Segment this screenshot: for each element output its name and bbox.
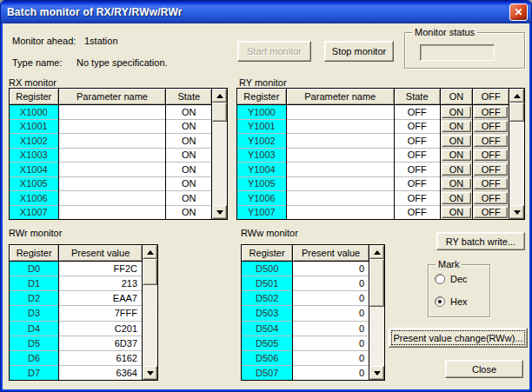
- on-toggle-button[interactable]: ON: [442, 121, 472, 133]
- column-header-off: OFF: [473, 89, 509, 105]
- column-param: Parameter name: [59, 89, 167, 219]
- off-toggle-button[interactable]: OFF: [474, 149, 508, 162]
- off-toggle-button[interactable]: OFF: [474, 207, 508, 219]
- register-cell: D7: [10, 366, 58, 380]
- off-toggle-button[interactable]: OFF: [474, 135, 508, 147]
- scroll-up-button[interactable]: [143, 245, 157, 259]
- column-header-register: Register: [242, 245, 292, 262]
- dialog-client-area: Monitor ahead:1station Type name:No type…: [3, 23, 529, 389]
- scrollbar-thumb[interactable]: [369, 259, 384, 307]
- on-toggle-button[interactable]: ON: [442, 192, 472, 204]
- radio-hex-icon[interactable]: [435, 296, 445, 307]
- down-arrow-icon: [147, 371, 154, 375]
- value-cell: 0: [293, 306, 369, 321]
- column-header-register: Register: [10, 245, 58, 262]
- scroll-down-button[interactable]: [212, 205, 227, 219]
- scroll-down-button[interactable]: [143, 366, 157, 380]
- column-off: OFFOFFOFFOFFOFFOFFOFFOFFOFF: [473, 89, 509, 219]
- vertical-scrollbar[interactable]: [143, 245, 157, 380]
- off-toggle-button[interactable]: OFF: [474, 163, 508, 176]
- on-toggle-button[interactable]: ON: [442, 149, 472, 162]
- state-cell: OFF: [395, 163, 440, 177]
- scroll-down-button[interactable]: [509, 205, 524, 219]
- ry-batch-write-button[interactable]: RY batch write...: [436, 232, 525, 250]
- monitor-status-label: Monitor status: [412, 27, 477, 37]
- close-icon: ✕: [514, 6, 522, 18]
- stop-monitor-button[interactable]: Stop monitor: [324, 41, 394, 62]
- scrollbar-track[interactable]: [509, 103, 524, 205]
- start-monitor-button: Start monitor: [237, 41, 311, 62]
- on-toggle-button[interactable]: ON: [442, 207, 472, 219]
- scrollbar-track[interactable]: [369, 259, 384, 366]
- column-header-register: Register: [237, 89, 286, 105]
- on-cell: ON: [441, 206, 473, 220]
- close-window-button[interactable]: ✕: [509, 3, 528, 21]
- radio-dec-icon[interactable]: [435, 274, 445, 284]
- monitor-ahead-value: 1station: [84, 36, 118, 46]
- vertical-scrollbar[interactable]: [509, 89, 524, 219]
- rww-monitor-label: RWw monitor: [241, 228, 298, 238]
- on-toggle-button[interactable]: ON: [442, 135, 472, 147]
- off-toggle-button[interactable]: OFF: [474, 178, 508, 190]
- param-cell: [59, 177, 166, 192]
- state-cell: ON: [166, 120, 211, 135]
- off-toggle-button[interactable]: OFF: [474, 106, 508, 118]
- off-toggle-button[interactable]: OFF: [474, 192, 508, 204]
- rwr-monitor-table: RegisterD0D1D2D3D4D5D6D7Present valueFF2…: [9, 244, 158, 381]
- scroll-down-button[interactable]: [369, 366, 384, 380]
- param-cell: [59, 120, 166, 135]
- off-toggle-button[interactable]: OFF: [474, 121, 508, 133]
- register-cell: D3: [10, 306, 58, 321]
- off-cell: OFF: [473, 191, 509, 206]
- state-cell: ON: [166, 149, 211, 163]
- state-cell: ON: [166, 177, 211, 192]
- on-cell: ON: [441, 177, 473, 192]
- register-cell: X1005: [10, 177, 58, 192]
- scrollbar-thumb[interactable]: [143, 259, 157, 285]
- scroll-up-button[interactable]: [369, 245, 384, 259]
- state-cell: OFF: [395, 206, 440, 220]
- column-value: Present valueFF2C213EAA77FFFC2016D376162…: [59, 245, 143, 380]
- register-cell: D500: [242, 262, 292, 276]
- scroll-up-button[interactable]: [509, 89, 524, 103]
- value-cell: 0: [293, 276, 369, 291]
- register-cell: D501: [242, 276, 292, 291]
- radio-option-dec[interactable]: Dec: [435, 273, 489, 285]
- on-toggle-button[interactable]: ON: [442, 106, 472, 118]
- value-cell: 6364: [59, 366, 142, 380]
- radio-option-hex[interactable]: Hex: [435, 296, 489, 308]
- vertical-scrollbar[interactable]: [369, 245, 384, 380]
- param-cell: [59, 149, 166, 163]
- register-cell: X1003: [10, 149, 58, 163]
- param-cell: [59, 134, 166, 149]
- state-cell: OFF: [395, 120, 440, 135]
- scrollbar-thumb[interactable]: [212, 103, 227, 122]
- state-cell: ON: [166, 206, 211, 220]
- register-cell: Y1004: [237, 163, 286, 177]
- radio-dec-label: Dec: [450, 274, 468, 284]
- on-toggle-button[interactable]: ON: [442, 163, 472, 176]
- register-cell: D5: [10, 336, 58, 351]
- close-button[interactable]: Close: [445, 360, 523, 378]
- state-cell: OFF: [395, 177, 440, 192]
- param-cell: [287, 120, 394, 135]
- mark-group: Mark DecHex: [428, 264, 490, 317]
- register-cell: D2: [10, 291, 58, 306]
- column-header-register: Register: [10, 89, 58, 105]
- vertical-scrollbar[interactable]: [212, 89, 227, 219]
- on-toggle-button[interactable]: ON: [442, 178, 472, 190]
- value-cell: 0: [293, 351, 369, 366]
- off-cell: OFF: [473, 120, 509, 135]
- param-cell: [59, 105, 166, 120]
- scrollbar-thumb[interactable]: [509, 103, 524, 122]
- title-bar[interactable]: Batch monitor of RX/RY/RWw/RWr ✕: [1, 1, 531, 23]
- up-arrow-icon: [514, 94, 521, 98]
- present-value-change-button[interactable]: Present value change(RWw)...: [389, 328, 528, 348]
- off-cell: OFF: [473, 149, 509, 163]
- rx-monitor-table: RegisterX1000X1001X1002X1003X1004X1005X1…: [9, 88, 228, 220]
- scroll-up-button[interactable]: [212, 89, 227, 103]
- register-cell: X1007: [10, 206, 58, 220]
- scrollbar-track[interactable]: [143, 259, 157, 366]
- scrollbar-track[interactable]: [212, 103, 227, 205]
- column-header-param: Parameter name: [59, 89, 166, 105]
